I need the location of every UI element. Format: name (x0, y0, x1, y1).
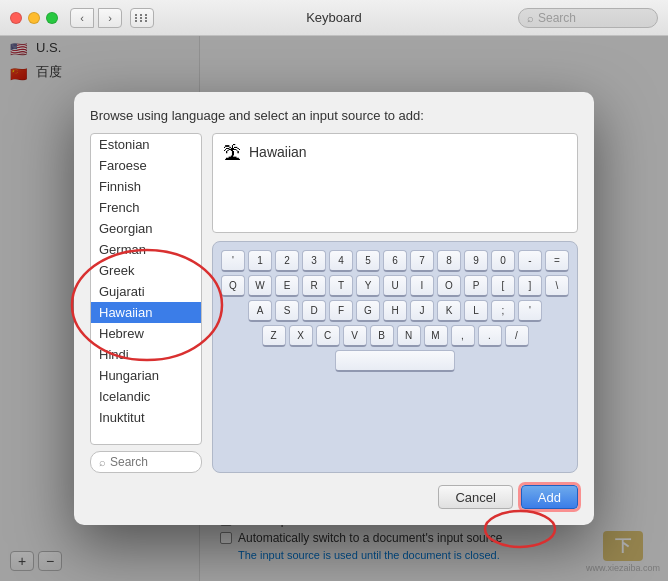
language-item[interactable]: German (91, 239, 201, 260)
key[interactable]: Y (356, 275, 380, 297)
language-item[interactable]: Hungarian (91, 365, 201, 386)
key[interactable]: E (275, 275, 299, 297)
main-content: 🇺🇸 U.S. 🇨🇳 百度 + − Show input menu in men… (0, 36, 668, 581)
key[interactable]: 1 (248, 250, 272, 272)
key[interactable]: J (410, 300, 434, 322)
language-item[interactable]: Hebrew (91, 323, 201, 344)
keyboard-preview: '1234567890-=QWERTYUIOP[]\ASDFGHJKL;'ZXC… (212, 241, 578, 473)
key[interactable]: W (248, 275, 272, 297)
key[interactable]: = (545, 250, 569, 272)
key[interactable]: 9 (464, 250, 488, 272)
dialog-title: Browse using language and select an inpu… (90, 108, 578, 123)
key[interactable]: 7 (410, 250, 434, 272)
key[interactable]: ' (221, 250, 245, 272)
language-search-box[interactable]: ⌕ (90, 451, 202, 473)
minimize-button[interactable] (28, 12, 40, 24)
key[interactable]: . (478, 325, 502, 347)
key[interactable]: Z (262, 325, 286, 347)
preview-name: Hawaiian (249, 144, 307, 160)
grid-button[interactable] (130, 8, 154, 28)
language-search-input[interactable] (110, 455, 193, 469)
language-item[interactable]: Finnish (91, 176, 201, 197)
key[interactable]: M (424, 325, 448, 347)
dialog-overlay: Browse using language and select an inpu… (0, 36, 668, 581)
language-item[interactable]: French (91, 197, 201, 218)
dialog-footer: Cancel Add (90, 485, 578, 509)
key[interactable]: A (248, 300, 272, 322)
key[interactable]: ' (518, 300, 542, 322)
key[interactable]: I (410, 275, 434, 297)
search-icon: ⌕ (527, 12, 534, 24)
dialog-body: EstonianFaroeseFinnishFrenchGeorgianGerm… (90, 133, 578, 473)
key[interactable]: O (437, 275, 461, 297)
key[interactable]: 6 (383, 250, 407, 272)
space-key[interactable] (335, 350, 455, 372)
language-item[interactable]: Hawaiian (91, 302, 201, 323)
key[interactable]: 8 (437, 250, 461, 272)
key[interactable]: - (518, 250, 542, 272)
key[interactable]: 4 (329, 250, 353, 272)
window-title: Keyboard (306, 10, 362, 25)
key[interactable]: Q (221, 275, 245, 297)
language-item[interactable]: Georgian (91, 218, 201, 239)
language-item[interactable]: Greek (91, 260, 201, 281)
key[interactable]: [ (491, 275, 515, 297)
key[interactable]: G (356, 300, 380, 322)
key[interactable]: , (451, 325, 475, 347)
dialog: Browse using language and select an inpu… (74, 92, 594, 525)
key[interactable]: D (302, 300, 326, 322)
space-row (221, 350, 569, 372)
key[interactable]: H (383, 300, 407, 322)
titlebar: ‹ › Keyboard ⌕ Search (0, 0, 668, 36)
key[interactable]: S (275, 300, 299, 322)
key[interactable]: / (505, 325, 529, 347)
key[interactable]: ; (491, 300, 515, 322)
keyboard-row: ASDFGHJKL;' (221, 300, 569, 322)
nav-buttons: ‹ › (70, 8, 122, 28)
key[interactable]: 0 (491, 250, 515, 272)
right-panel: 🏝 Hawaiian '1234567890-=QWERTYUIOP[]\ASD… (212, 133, 578, 473)
key[interactable]: R (302, 275, 326, 297)
language-item[interactable]: Hindi (91, 344, 201, 365)
search-placeholder: Search (538, 11, 576, 25)
keyboard-row: ZXCVBNM,./ (221, 325, 569, 347)
language-list[interactable]: EstonianFaroeseFinnishFrenchGeorgianGerm… (90, 133, 202, 445)
key[interactable]: \ (545, 275, 569, 297)
key[interactable]: U (383, 275, 407, 297)
language-list-container: EstonianFaroeseFinnishFrenchGeorgianGerm… (90, 133, 202, 473)
hawaiian-flag-icon: 🏝 (223, 144, 241, 165)
key[interactable]: T (329, 275, 353, 297)
traffic-lights (10, 12, 58, 24)
keyboard-row: QWERTYUIOP[]\ (221, 275, 569, 297)
key[interactable]: N (397, 325, 421, 347)
language-item[interactable]: Inuktitut (91, 407, 201, 428)
keyboard-row: '1234567890-= (221, 250, 569, 272)
key[interactable]: 3 (302, 250, 326, 272)
forward-button[interactable]: › (98, 8, 122, 28)
search-box[interactable]: ⌕ Search (518, 8, 658, 28)
back-button[interactable]: ‹ (70, 8, 94, 28)
add-button[interactable]: Add (521, 485, 578, 509)
key[interactable]: P (464, 275, 488, 297)
language-item[interactable]: Icelandic (91, 386, 201, 407)
language-item[interactable]: Gujarati (91, 281, 201, 302)
key[interactable]: V (343, 325, 367, 347)
language-item[interactable]: Faroese (91, 155, 201, 176)
key[interactable]: F (329, 300, 353, 322)
input-preview: 🏝 Hawaiian (212, 133, 578, 233)
lang-search-icon: ⌕ (99, 456, 106, 468)
close-button[interactable] (10, 12, 22, 24)
key[interactable]: 5 (356, 250, 380, 272)
key[interactable]: X (289, 325, 313, 347)
key[interactable]: K (437, 300, 461, 322)
maximize-button[interactable] (46, 12, 58, 24)
key[interactable]: 2 (275, 250, 299, 272)
key[interactable]: L (464, 300, 488, 322)
language-item[interactable]: Estonian (91, 134, 201, 155)
grid-icon (135, 14, 149, 22)
key[interactable]: C (316, 325, 340, 347)
key[interactable]: ] (518, 275, 542, 297)
key[interactable]: B (370, 325, 394, 347)
cancel-button[interactable]: Cancel (438, 485, 512, 509)
